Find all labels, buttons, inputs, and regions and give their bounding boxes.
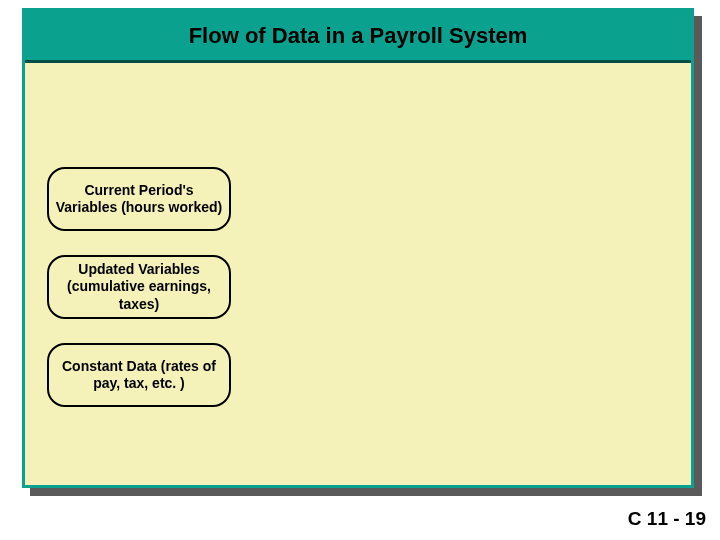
node-label: Constant Data (rates of pay, tax, etc. ) (55, 358, 223, 393)
node-updated-variables: Updated Variables (cumulative earnings, … (47, 255, 231, 319)
node-current-period-variables: Current Period's Variables (hours worked… (47, 167, 231, 231)
slide-title: Flow of Data in a Payroll System (189, 23, 528, 49)
node-label: Current Period's Variables (hours worked… (55, 182, 223, 217)
slide: Flow of Data in a Payroll System Current… (0, 0, 720, 540)
page-number: C 11 - 19 (628, 508, 706, 530)
content-panel: Flow of Data in a Payroll System Current… (22, 8, 694, 488)
title-bar: Flow of Data in a Payroll System (25, 11, 691, 63)
node-label: Updated Variables (cumulative earnings, … (55, 261, 223, 314)
node-constant-data: Constant Data (rates of pay, tax, etc. ) (47, 343, 231, 407)
